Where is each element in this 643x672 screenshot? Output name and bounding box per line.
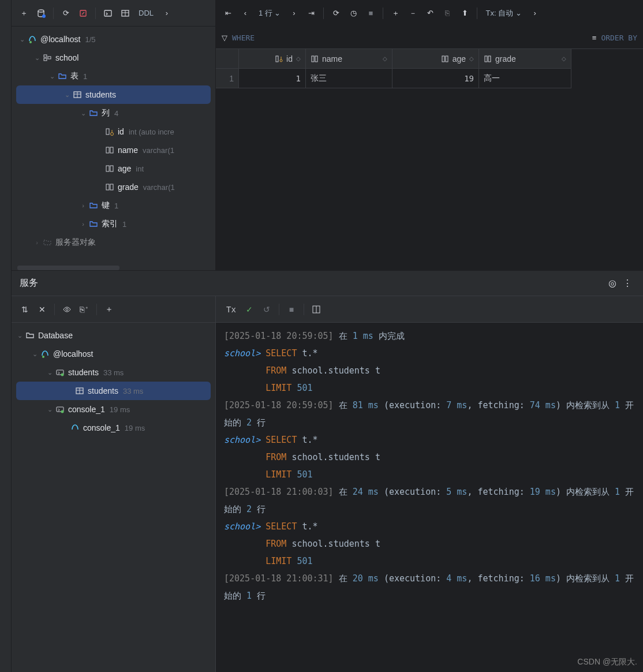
svc-conn-label: @localhost [53,349,93,359]
svc-i2-meta: 19 ms [125,424,145,432]
stop-button[interactable] [76,6,91,21]
tx-mode[interactable]: Tx: 自动 ⌄ [482,8,525,18]
clone-row-icon[interactable]: ⎘ [440,6,455,21]
svc-group-students[interactable]: ⌄students33 ms [12,363,215,382]
console-col: Tx ✓ ↺ ■ [2025-01-18 20:59:05] 在 1 ms 内完… [216,296,643,672]
col-grade-meta: varchar(1 [143,183,175,192]
svg-rect-20 [106,166,109,171]
where-filter[interactable]: ▽WHERE [222,33,255,42]
tree-tables-folder[interactable]: ⌄表1 [12,67,215,85]
left-tool-rail [0,0,12,672]
svc-group-console[interactable]: ⌄console_119 ms [12,400,215,419]
schema-label: school [55,53,78,62]
ddl-button[interactable]: DDL [135,9,157,17]
close-tab-icon[interactable]: ✕ [35,302,50,317]
row-header-corner [216,49,239,69]
idx-meta: 1 [122,220,126,229]
data-view-panel: ⇤ ‹ 1 行 ⌄ › ⇥ ⟳ ◷ ■ ＋ － ↶ ⎘ ⬆ Tx: 自动 ⌄ ›… [216,0,643,270]
tree-column-id[interactable]: idint (auto incre [12,122,215,141]
tree-table-students[interactable]: ⌄students [16,85,211,104]
plus-icon[interactable]: ＋ [102,302,117,317]
col-header-name[interactable]: name◇ [306,49,392,69]
remove-row-icon[interactable]: － [405,6,420,21]
target-icon[interactable]: ◎ [605,276,620,291]
tree-server-objects[interactable]: ›服务器对象 [12,233,215,252]
result-grid: id◇ name◇ age◇ grade◇ 1 1 张三 19 高一 [216,48,643,88]
svg-point-41 [61,410,64,413]
col-header-grade[interactable]: grade◇ [479,49,571,69]
watermark: CSDN @无限大. [577,657,637,667]
col-header-id[interactable]: id◇ [239,49,306,69]
refresh-button[interactable]: ⟳ [58,6,73,21]
svg-point-8 [29,41,32,43]
filter-icon: ▽ [222,33,227,42]
svc-connection[interactable]: ⌄@localhost [12,345,215,363]
svc-root-label: Database [38,331,73,340]
filter-bar: ▽WHERE ≡ORDER BY [216,27,643,48]
tx-button[interactable]: Tx [223,305,240,314]
tables-label: 表 [70,71,78,81]
more-icon[interactable]: ⋮ [620,276,635,291]
reload-icon[interactable]: ⟳ [328,6,343,21]
tree-column-age[interactable]: ageint [12,159,215,178]
table-row[interactable]: 1 1 张三 19 高一 [216,69,643,88]
col-header-age[interactable]: age◇ [392,49,479,69]
new-session-icon[interactable]: ⎘⁺ [77,302,92,317]
revert-icon[interactable]: ↶ [423,6,438,21]
chevron-right-icon[interactable]: › [159,6,174,21]
svg-point-36 [61,374,64,376]
rollback-icon[interactable]: ↺ [259,302,274,317]
table-icon[interactable] [118,6,133,21]
commit-icon[interactable]: ✓ [242,302,257,317]
svc-g1-label: students [68,368,99,377]
orderby-filter[interactable]: ≡ORDER BY [592,33,637,42]
clock-icon[interactable]: ◷ [346,6,361,21]
col-grade-label: grade [118,182,139,192]
tree-column-name[interactable]: namevarchar(1 [12,141,215,159]
keys-meta: 1 [114,201,118,210]
cell-name[interactable]: 张三 [306,69,392,88]
stop-console-icon[interactable]: ■ [284,302,299,317]
chevron-right-icon[interactable]: › [528,6,543,21]
svc-root[interactable]: ⌄Database [12,326,215,345]
svg-rect-27 [312,56,314,62]
tree-column-grade[interactable]: gradevarchar(1 [12,178,215,196]
svc-item-students[interactable]: students33 ms [16,382,211,400]
col-name-meta: varchar(1 [143,146,174,155]
eye-icon[interactable] [59,302,74,317]
tree-connection[interactable]: ⌄@localhost1/5 [12,30,215,48]
col-age-label: age [118,164,131,173]
submit-icon[interactable]: ⬆ [457,6,472,21]
rows-label[interactable]: 1 行 ⌄ [255,8,284,18]
cols-label: 列 [102,108,110,118]
add-row-icon[interactable]: ＋ [388,6,403,21]
console-output[interactable]: [2025-01-18 20:59:05] 在 1 ms 内完成school> … [216,323,643,672]
cols-meta: 4 [114,109,118,118]
horizontal-scrollbar[interactable] [17,266,119,270]
tree-schema[interactable]: ⌄school [12,48,215,67]
last-page-icon[interactable]: ⇥ [304,6,319,21]
cell-grade[interactable]: 高一 [479,69,571,88]
col-name-label: name [118,145,138,155]
cell-id[interactable]: 1 [239,69,306,88]
svc-item-console[interactable]: console_119 ms [12,419,215,437]
datasource-icon[interactable] [33,6,48,21]
add-button[interactable]: ＋ [16,6,31,21]
keys-label: 键 [102,200,110,211]
tree-columns-folder[interactable]: ⌄列4 [12,104,215,122]
cell-age[interactable]: 19 [392,69,479,88]
svg-rect-30 [446,56,448,62]
tree-indexes-folder[interactable]: ›索引1 [12,215,215,233]
services-panel: 服务 ◎ ⋮ ⇅ ✕ ⎘⁺ ＋ ⌄Database ⌄@localhost ⌄s… [12,270,643,672]
svc-g2-label: console_1 [68,405,105,414]
db-tree: ⌄@localhost1/5 ⌄school ⌄表1 ⌄students ⌄列4… [12,27,215,264]
tree-keys-folder[interactable]: ›键1 [12,196,215,215]
console-icon[interactable] [100,6,115,21]
first-page-icon[interactable]: ⇤ [220,6,235,21]
svg-point-16 [111,133,114,136]
next-page-icon[interactable]: › [286,6,301,21]
expand-collapse-icon[interactable]: ⇅ [17,302,32,317]
prev-page-icon[interactable]: ‹ [238,6,253,21]
layout-icon[interactable] [309,302,324,317]
stop-query-icon[interactable]: ■ [363,6,378,21]
